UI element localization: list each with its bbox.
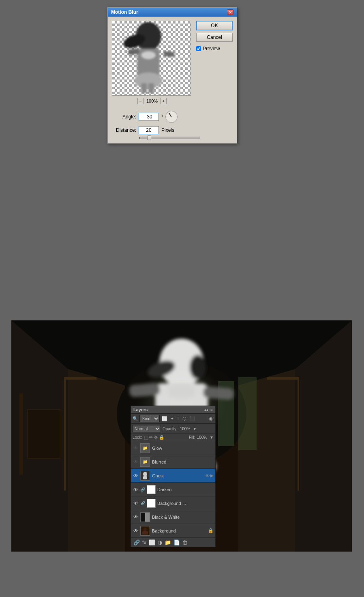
create-group-icon[interactable]: 📁 bbox=[165, 539, 171, 545]
angle-dial[interactable] bbox=[165, 111, 178, 123]
layers-collapse-icon[interactable]: ◂◂ bbox=[204, 408, 208, 412]
blend-mode-select[interactable]: Normal bbox=[133, 425, 161, 432]
lock-transparent-icon[interactable]: ⬚ bbox=[144, 435, 148, 440]
pixel-filter-icon[interactable]: ⬜ bbox=[161, 416, 168, 421]
dialog-preview-canvas bbox=[112, 21, 191, 96]
layer-visibility-darken[interactable]: 👁 bbox=[133, 486, 139, 493]
layer-visibility-glow[interactable]: 👁 bbox=[133, 445, 139, 451]
layer-mask-darken bbox=[147, 485, 156, 494]
layer-name-ghost: Ghost bbox=[152, 473, 204, 478]
preview-label: Preview bbox=[203, 46, 220, 52]
preview-checkbox[interactable] bbox=[196, 46, 201, 51]
layer-options-ghost[interactable]: ▶ bbox=[210, 473, 214, 478]
layer-visibility-blurred[interactable]: 👁 bbox=[133, 459, 139, 465]
distance-slider-thumb[interactable] bbox=[147, 135, 151, 140]
delete-layer-icon[interactable]: 🗑 bbox=[182, 539, 188, 545]
type-filter-icon[interactable]: T bbox=[176, 416, 180, 421]
shape-filter-icon[interactable]: ⬡ bbox=[182, 416, 187, 421]
preview-image bbox=[112, 21, 191, 95]
lock-all-icon[interactable]: 🔒 bbox=[159, 435, 165, 440]
layer-mask-bg-mask bbox=[147, 499, 156, 508]
angle-input[interactable] bbox=[139, 113, 159, 121]
layers-menu-icon[interactable]: ≡ bbox=[210, 408, 213, 412]
layer-thumb-bw bbox=[140, 512, 150, 522]
svg-rect-7 bbox=[141, 83, 147, 93]
svg-rect-24 bbox=[238, 377, 257, 450]
layer-row-darken[interactable]: 👁 🔗 Darken bbox=[131, 483, 215, 496]
smartobj-filter-icon[interactable]: ⬛ bbox=[188, 416, 196, 421]
dialog-zoom-bar: − 100% + bbox=[112, 98, 192, 104]
fill-value: 100% bbox=[197, 435, 208, 440]
opacity-expand-icon[interactable]: ▼ bbox=[193, 427, 197, 431]
svg-rect-17 bbox=[19, 393, 23, 475]
create-layer-icon[interactable]: 📄 bbox=[173, 539, 180, 545]
dialog-preview-area: − 100% + bbox=[112, 21, 192, 104]
search-icon: 🔍 bbox=[133, 416, 138, 421]
layer-row-background-mask[interactable]: 👁 🔗 Background ... bbox=[131, 496, 215, 510]
opacity-label: Opacity: bbox=[163, 427, 178, 431]
layer-name-darken: Darken bbox=[157, 487, 214, 492]
svg-rect-41 bbox=[141, 513, 145, 522]
layers-filter-toolbar: 🔍 Kind ⬜ ✦ T ⬡ ⬛ ◉ bbox=[131, 414, 215, 424]
dialog-close-button[interactable]: ✕ bbox=[227, 9, 233, 15]
add-style-icon[interactable]: fx bbox=[142, 539, 146, 545]
layer-row-ghost[interactable]: 👁 Ghost 👁 ▶ bbox=[131, 469, 215, 483]
dialog-settings: Angle: ° Distance: Pixels bbox=[108, 108, 237, 143]
svg-rect-45 bbox=[142, 531, 148, 535]
filter-toggle-icon[interactable]: ◉ bbox=[208, 416, 214, 421]
add-mask-icon[interactable]: ⬜ bbox=[149, 539, 155, 545]
add-adjustment-icon[interactable]: ◑ bbox=[158, 539, 162, 545]
adjustment-filter-icon[interactable]: ✦ bbox=[169, 416, 175, 421]
svg-rect-8 bbox=[148, 83, 154, 93]
layer-row-blurred[interactable]: 👁 📁 Blurred bbox=[131, 455, 215, 469]
layer-name-glow: Glow bbox=[152, 446, 214, 451]
fill-expand-icon[interactable]: ▼ bbox=[210, 435, 214, 440]
lock-pixels-icon[interactable]: ✏ bbox=[149, 435, 153, 440]
layer-row-glow[interactable]: 👁 📁 Glow bbox=[131, 441, 215, 455]
svg-point-29 bbox=[167, 383, 196, 399]
layer-extra-icon-ghost: 👁 bbox=[205, 473, 210, 478]
link-layers-icon[interactable]: 🔗 bbox=[133, 539, 140, 545]
distance-label: Distance: bbox=[112, 127, 136, 133]
svg-point-3 bbox=[141, 51, 156, 59]
layers-blend-row: Normal Opacity: 100% ▼ bbox=[131, 424, 215, 434]
layers-lock-row: Lock: ⬚ ✏ ✥ 🔒 Fill: 100% ▼ bbox=[131, 434, 215, 441]
layers-title-icons: ◂◂ ≡ bbox=[204, 408, 213, 412]
layer-visibility-background[interactable]: 👁 bbox=[133, 528, 139, 534]
opacity-value: 100% bbox=[180, 427, 191, 431]
layers-kind-select[interactable]: Kind bbox=[139, 415, 160, 422]
layer-visibility-bg-mask[interactable]: 👁 bbox=[133, 500, 139, 507]
layer-name-bg-mask: Background ... bbox=[157, 501, 214, 506]
layer-name-blurred: Blurred bbox=[152, 460, 214, 464]
lock-position-icon[interactable]: ✥ bbox=[154, 435, 158, 440]
layer-link-bg-mask: 🔗 bbox=[140, 501, 145, 506]
layer-thumb-glow: 📁 bbox=[140, 443, 150, 453]
svg-rect-21 bbox=[298, 377, 299, 491]
layer-name-background: Background bbox=[152, 528, 208, 533]
layers-panel: Layers ◂◂ ≡ 🔍 Kind ⬜ ✦ T ⬡ ⬛ ◉ Normal Op… bbox=[131, 406, 216, 547]
cancel-button[interactable]: Cancel bbox=[196, 33, 233, 42]
svg-rect-19 bbox=[64, 377, 66, 491]
layers-panel-title: Layers bbox=[133, 407, 148, 412]
svg-marker-13 bbox=[68, 369, 125, 552]
layer-thumb-background bbox=[140, 526, 150, 536]
zoom-in-button[interactable]: + bbox=[160, 98, 167, 104]
layer-visibility-bw[interactable]: 👁 bbox=[133, 514, 139, 520]
zoom-out-button[interactable]: − bbox=[137, 98, 144, 104]
lock-label: Lock: bbox=[133, 435, 142, 440]
layer-row-background[interactable]: 👁 Background 🔒 bbox=[131, 524, 215, 538]
layer-row-bw[interactable]: 👁 Black & White bbox=[131, 510, 215, 524]
svg-rect-5 bbox=[163, 51, 175, 57]
layer-thumb-blurred: 📁 bbox=[140, 457, 150, 467]
layer-visibility-ghost[interactable]: 👁 bbox=[133, 472, 139, 479]
motion-blur-dialog: Motion Blur ✕ bbox=[107, 7, 237, 144]
distance-slider-track[interactable] bbox=[139, 137, 200, 139]
ok-button[interactable]: OK bbox=[196, 21, 233, 30]
angle-label: Angle: bbox=[112, 114, 136, 120]
layer-name-bw: Black & White bbox=[152, 515, 214, 520]
svg-rect-20 bbox=[64, 377, 96, 380]
lock-icons: ⬚ ✏ ✥ 🔒 bbox=[144, 435, 165, 440]
layers-panel-titlebar: Layers ◂◂ ≡ bbox=[131, 406, 215, 414]
distance-input[interactable] bbox=[139, 126, 159, 134]
svg-rect-42 bbox=[145, 513, 150, 522]
